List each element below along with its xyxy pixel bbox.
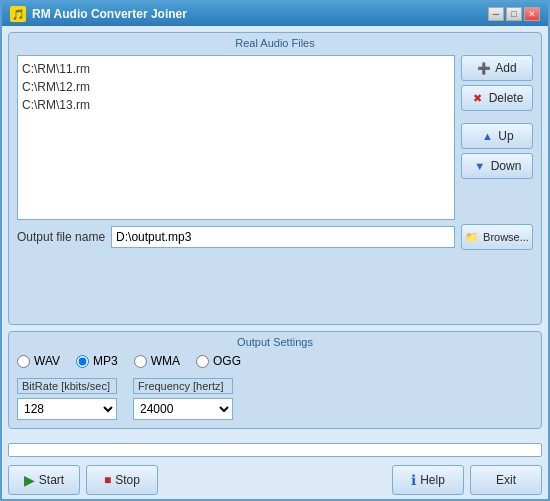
app-icon: 🎵 [10, 6, 26, 22]
help-button[interactable]: ℹ Help [392, 465, 464, 495]
files-list[interactable]: C:\RM\11.rm C:\RM\12.rm C:\RM\13.rm [17, 55, 455, 220]
output-settings-title: Output Settings [17, 336, 533, 348]
bottom-bar: ▶ Start ■ Stop ℹ Help Exit [2, 461, 548, 499]
main-window: 🎵 RM Audio Converter Joiner ─ □ ✕ Real A… [0, 0, 550, 501]
format-mp3[interactable]: MP3 [76, 354, 118, 368]
format-selector: WAV MP3 WMA OGG [17, 354, 533, 368]
output-file-label: Output file name [17, 230, 105, 244]
stop-button[interactable]: ■ Stop [86, 465, 158, 495]
frequency-select[interactable]: 8000 11025 16000 22050 24000 32000 44100… [133, 398, 233, 420]
maximize-button[interactable]: □ [506, 7, 522, 21]
main-content: Real Audio Files C:\RM\11.rm C:\RM\12.rm… [2, 26, 548, 435]
title-bar: 🎵 RM Audio Converter Joiner ─ □ ✕ [2, 2, 548, 26]
progress-section [2, 435, 548, 461]
bitrate-group: BitRate [kbits/sec] 64 96 128 160 192 25… [17, 378, 117, 420]
start-button[interactable]: ▶ Start [8, 465, 80, 495]
frequency-group: Frequency [hertz] 8000 11025 16000 22050… [133, 378, 233, 420]
app-title: RM Audio Converter Joiner [32, 7, 187, 21]
format-ogg[interactable]: OGG [196, 354, 241, 368]
real-audio-title: Real Audio Files [17, 37, 533, 49]
real-audio-section: Real Audio Files C:\RM\11.rm C:\RM\12.rm… [8, 32, 542, 325]
add-icon: ➕ [477, 61, 491, 75]
output-settings-section: Output Settings WAV MP3 WMA OGG [8, 331, 542, 429]
start-icon: ▶ [24, 472, 35, 488]
list-item[interactable]: C:\RM\13.rm [22, 96, 450, 114]
up-icon: ▲ [480, 129, 494, 143]
up-button[interactable]: ▲ Up [461, 123, 533, 149]
list-item[interactable]: C:\RM\11.rm [22, 60, 450, 78]
progress-bar-container [8, 443, 542, 457]
delete-icon: ✖ [471, 91, 485, 105]
exit-button[interactable]: Exit [470, 465, 542, 495]
add-button[interactable]: ➕ Add [461, 55, 533, 81]
down-icon: ▼ [473, 159, 487, 173]
down-button[interactable]: ▼ Down [461, 153, 533, 179]
browse-button[interactable]: 📁 Browse... [461, 224, 533, 250]
close-button[interactable]: ✕ [524, 7, 540, 21]
stop-icon: ■ [104, 473, 111, 487]
delete-button[interactable]: ✖ Delete [461, 85, 533, 111]
frequency-label: Frequency [hertz] [133, 378, 233, 394]
output-file-input[interactable] [111, 226, 455, 248]
help-icon: ℹ [411, 472, 416, 488]
bitrate-label: BitRate [kbits/sec] [17, 378, 117, 394]
format-wma[interactable]: WMA [134, 354, 180, 368]
bitrate-select[interactable]: 64 96 128 160 192 256 320 [17, 398, 117, 420]
list-item[interactable]: C:\RM\12.rm [22, 78, 450, 96]
folder-icon: 📁 [465, 231, 479, 244]
minimize-button[interactable]: ─ [488, 7, 504, 21]
format-wav[interactable]: WAV [17, 354, 60, 368]
